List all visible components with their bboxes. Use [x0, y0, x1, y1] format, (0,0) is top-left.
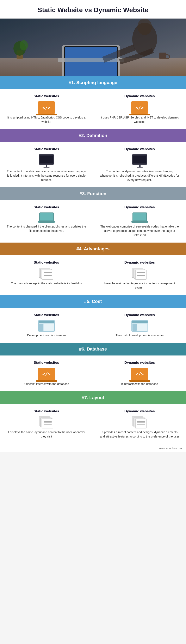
dynamic-title-advantages: Dynamic websites [100, 260, 180, 264]
static-icon-cost [6, 320, 86, 332]
dynamic-title-definition: Dynamic websites [100, 147, 180, 151]
comparison-cost: Static websites Development cost is mini… [0, 308, 186, 343]
section-header-scripting: #1. Scripting language [0, 76, 186, 89]
dynamic-title-function: Dynamic websites [100, 205, 180, 210]
static-text-scripting: It is scripted using HTML, JavaScript, C… [6, 116, 86, 124]
section-cost: #5. Cost Static websites Development cos… [0, 295, 186, 343]
section-definition: #2. Definition Static websites The conte… [0, 129, 186, 187]
dynamic-title-cost: Dynamic websites [100, 313, 180, 317]
comparison-row-cost: Static websites Development cost is mini… [0, 308, 186, 343]
dynamic-icon-scripting: </> [100, 102, 180, 114]
section-header-definition: #2. Definition [0, 129, 186, 142]
sections-container: #1. Scripting language Static websites <… [0, 76, 186, 444]
dynamic-text-layout: It provides a mix of content and designs… [100, 430, 180, 439]
dynamic-title-scripting: Dynamic websites [100, 94, 180, 98]
static-icon-scripting: </> [6, 102, 86, 114]
comparison-row-layout: Static websites It displays the same lay… [0, 404, 186, 444]
static-col-database: Static websites </> It doesn't interact … [0, 356, 93, 391]
comparison-row-definition: Static websites The content of a static … [0, 142, 186, 187]
static-title-advantages: Static websites [6, 260, 86, 264]
static-text-database: It doesn't interact with the database [6, 382, 86, 386]
static-text-advantages: The main advantage in the static website… [6, 281, 86, 286]
section-header-database: #6. Database [0, 343, 186, 356]
dynamic-text-function: The webpages comprise of server-side cod… [100, 224, 180, 238]
static-text-layout: It displays the same layout and content … [6, 430, 86, 439]
comparison-row-database: Static websites </> It doesn't interact … [0, 356, 186, 391]
static-col-function: Static websites The content is changed i… [0, 200, 93, 242]
dynamic-col-function: Dynamic websites The webpages comprise o… [93, 200, 186, 242]
section-scripting: #1. Scripting language Static websites <… [0, 76, 186, 129]
static-title-layout: Static websites [6, 409, 86, 414]
dynamic-icon-database: </> [100, 368, 180, 380]
hero-overlay [0, 18, 186, 76]
static-title-definition: Static websites [6, 147, 86, 151]
static-title-cost: Static websites [6, 313, 86, 317]
dynamic-text-database: It interacts with the database [100, 382, 180, 386]
static-text-function: The content is changed if the client pub… [6, 224, 86, 233]
dynamic-icon-layout [100, 416, 180, 428]
dynamic-col-layout: Dynamic websites It provides a mix of co… [93, 404, 186, 444]
section-function: #3. Function Static websites The content… [0, 187, 186, 242]
static-text-definition: The content of a static website is const… [6, 169, 86, 182]
static-icon-database: </> [6, 368, 86, 380]
hero-image [0, 18, 186, 76]
dynamic-icon-definition [100, 154, 180, 168]
dynamic-text-scripting: It uses PHP, JSP, ASP, Servlet, and .NET… [100, 116, 180, 124]
comparison-database: Static websites </> It doesn't interact … [0, 356, 186, 391]
dynamic-text-definition: The content of dynamic websites keeps on… [100, 169, 180, 182]
static-text-cost: Development cost is minimum [6, 333, 86, 338]
section-advantages: #4. Advantages Static websites The main … [0, 242, 186, 295]
static-icon-layout [6, 416, 86, 428]
section-header-function: #3. Function [0, 187, 186, 200]
dynamic-icon-function [100, 212, 180, 223]
dynamic-text-advantages: Here the main advantages are its content… [100, 281, 180, 290]
section-header-advantages: #4. Advantages [0, 242, 186, 255]
static-icon-advantages [6, 268, 86, 280]
dynamic-title-layout: Dynamic websites [100, 409, 180, 414]
dynamic-title-database: Dynamic websites [100, 361, 180, 365]
comparison-layout: Static websites It displays the same lay… [0, 404, 186, 444]
static-title-scripting: Static websites [6, 94, 86, 98]
static-title-database: Static websites [6, 361, 86, 365]
comparison-row-function: Static websites The content is changed i… [0, 200, 186, 242]
section-header-layout: #7. Layout [0, 391, 186, 404]
comparison-row-scripting: Static websites </> It is scripted using… [0, 89, 186, 129]
section-header-cost: #5. Cost [0, 295, 186, 308]
dynamic-col-advantages: Dynamic websites Here the main advantage… [93, 255, 186, 295]
static-icon-function [6, 212, 86, 223]
comparison-function: Static websites The content is changed i… [0, 200, 186, 242]
comparison-advantages: Static websites The main advantage in th… [0, 255, 186, 295]
static-icon-definition [6, 154, 86, 168]
dynamic-text-cost: The cost of development is maximum [100, 333, 180, 338]
page-title: Static Website vs Dynamic Website [0, 0, 186, 18]
dynamic-icon-advantages [100, 268, 180, 280]
comparison-row-advantages: Static websites The main advantage in th… [0, 255, 186, 295]
footer: www.educba.com [0, 444, 186, 452]
static-col-scripting: Static websites </> It is scripted using… [0, 89, 93, 129]
dynamic-icon-cost [100, 320, 180, 332]
static-title-function: Static websites [6, 205, 86, 210]
static-col-layout: Static websites It displays the same lay… [0, 404, 93, 444]
dynamic-col-database: Dynamic websites </> It interacts with t… [93, 356, 186, 391]
dynamic-col-cost: Dynamic websites The cost of development… [93, 308, 186, 343]
dynamic-col-scripting: Dynamic websites </> It uses PHP, JSP, A… [93, 89, 186, 129]
dynamic-col-definition: Dynamic websites The content of dynamic … [93, 142, 186, 187]
section-layout: #7. Layout Static websites It displays t… [0, 391, 186, 444]
comparison-definition: Static websites The content of a static … [0, 142, 186, 187]
static-col-definition: Static websites The content of a static … [0, 142, 93, 187]
section-database: #6. Database Static websites </> It does… [0, 343, 186, 391]
static-col-advantages: Static websites The main advantage in th… [0, 255, 93, 295]
comparison-scripting: Static websites </> It is scripted using… [0, 89, 186, 129]
static-col-cost: Static websites Development cost is mini… [0, 308, 93, 343]
